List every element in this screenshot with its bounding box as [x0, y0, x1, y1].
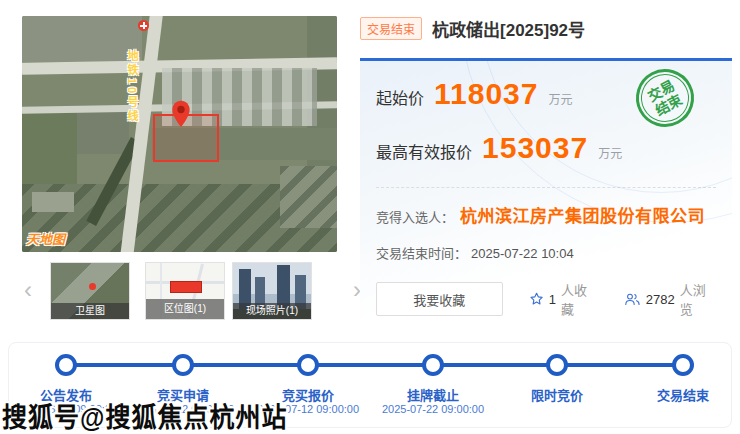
timeline-step-label: 限时竞价 — [531, 385, 583, 404]
start-price-label: 起始价 — [376, 85, 424, 109]
actions-row: 我要收藏 1人收藏 2782人浏览 — [376, 280, 716, 318]
status-badge: 交易结束 — [360, 17, 422, 40]
timeline-step-label: 竞买申请 — [157, 385, 209, 404]
timeline-node — [672, 354, 694, 376]
view-num: 2782 — [646, 292, 675, 307]
thumbnail-strip: ‹ 卫星图 区位图(1) 现场照片(1) › — [22, 262, 355, 320]
prev-arrow-icon[interactable]: ‹ — [24, 276, 32, 304]
users-icon — [624, 291, 641, 307]
header-row: 交易结束 杭政储出[2025]92号 — [360, 14, 732, 42]
thumbnail-site-photo[interactable]: 现场照片(1) — [232, 262, 312, 320]
highest-bid-unit: 万元 — [598, 144, 622, 161]
thumbnail-location-map[interactable]: 区位图(1) — [145, 262, 225, 320]
timeline-node — [55, 354, 77, 376]
highest-bid-value: 153037 — [482, 133, 588, 163]
progress-timeline: 公告发布 竞买申请 竞买报价 挂牌截止 限时竞价 交易结束 2025-06-20… — [8, 342, 732, 428]
price-card: 交易 结束 起始价 118037 万元 最高有效报价 153037 万元 竞得入… — [360, 58, 732, 328]
winner-row: 竞得入选人： 杭州滨江房产集团股份有限公司 — [376, 202, 716, 227]
timeline-step-label: 公告发布 — [40, 385, 92, 404]
thumb-pin-dot — [89, 283, 96, 290]
timeline-step-date: 2025-06-20 09:00:00 — [15, 403, 117, 415]
favorite-suffix: 人收藏 — [561, 280, 598, 318]
satellite-map[interactable]: 地铁10号线 天地图 — [22, 16, 337, 252]
map-terrain-block — [77, 112, 129, 154]
start-price-value: 118037 — [434, 79, 538, 109]
view-suffix: 人浏览 — [680, 280, 716, 318]
favorite-count: 1人收藏 — [529, 280, 598, 318]
thumbnail-caption: 卫星图 — [51, 303, 129, 319]
highest-bid-label: 最高有效报价 — [376, 139, 472, 163]
timeline-node — [422, 354, 444, 376]
map-pin-icon — [171, 100, 191, 128]
map-terrain-block — [22, 112, 77, 186]
stamp-line: 结束 — [653, 91, 685, 118]
timeline-node — [172, 354, 194, 376]
star-icon — [529, 291, 544, 307]
metro-line-label: 地铁10号线 — [124, 50, 140, 124]
start-price-unit: 万元 — [548, 90, 572, 107]
stamp-line: 交易 — [645, 77, 677, 104]
timeline-step-label: 交易结束 — [657, 385, 709, 404]
deal-closed-stamp: 交易 结束 — [626, 59, 704, 137]
page: 地铁10号线 天地图 ‹ 卫星图 区位图(1) 现场照片(1) › 交易结束 杭 — [0, 0, 740, 434]
map-cross-marker-icon — [138, 20, 149, 31]
end-time-row: 交易结束时间：2025-07-22 10:04 — [376, 243, 716, 262]
end-time-label: 交易结束时间： — [376, 246, 467, 261]
thumbnail-caption: 现场照片(1) — [233, 303, 311, 319]
timeline-node — [297, 354, 319, 376]
thumb-parcel — [170, 281, 202, 293]
detail-panel: 交易结束 杭政储出[2025]92号 交易 结束 起始价 118037 万元 最… — [360, 14, 732, 328]
map-terrain-block — [32, 192, 74, 212]
thumbnail-caption: 区位图(1) — [146, 299, 224, 319]
timeline-line — [66, 363, 683, 367]
timeline-step-date: 2025-07-22 09:00:00 — [382, 403, 484, 415]
winner-label: 竞得入选人： — [376, 207, 454, 226]
timeline-step-label: 挂牌截止 — [407, 385, 459, 404]
timeline-step-date: 2025-07-12 09:00:00 — [132, 403, 234, 415]
favorite-button[interactable]: 我要收藏 — [376, 282, 503, 316]
winner-value: 杭州滨江房产集团股份有限公司 — [460, 202, 705, 227]
divider — [376, 187, 716, 188]
map-terrain-block — [280, 166, 337, 228]
favorite-num: 1 — [549, 292, 556, 307]
timeline-step-label: 竞买报价 — [282, 385, 334, 404]
highest-bid-row: 最高有效报价 153037 万元 — [376, 133, 716, 163]
tianditu-logo: 天地图 — [26, 229, 65, 248]
end-time-value: 2025-07-22 10:04 — [471, 246, 574, 261]
timeline-step-date: 2025-07-12 09:00:00 — [257, 403, 359, 415]
view-count: 2782人浏览 — [624, 280, 716, 318]
page-title: 杭政储出[2025]92号 — [432, 16, 585, 41]
thumbnail-satellite[interactable]: 卫星图 — [50, 262, 130, 320]
timeline-node — [546, 354, 568, 376]
